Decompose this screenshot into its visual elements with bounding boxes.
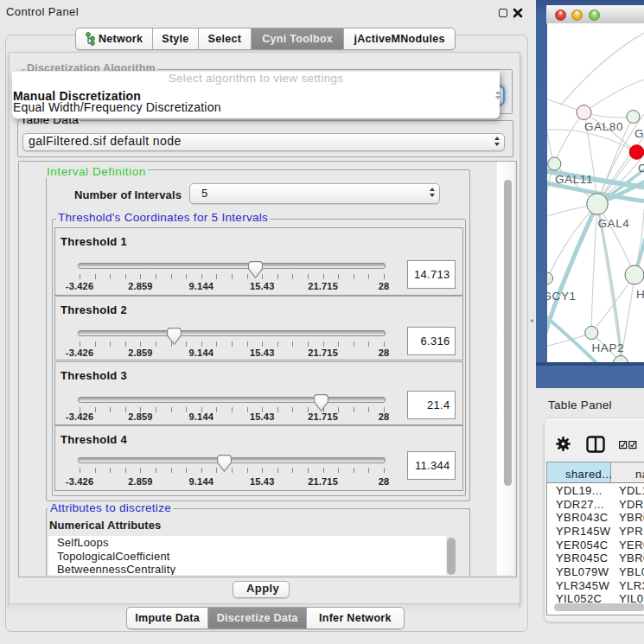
svg-text:H: H (636, 288, 644, 301)
svg-text:GAL1: GAL1 (634, 127, 644, 140)
svg-text:GAL80: GAL80 (584, 120, 623, 133)
svg-text:GAL11: GAL11 (555, 173, 593, 186)
svg-text:HAP2: HAP2 (592, 341, 625, 354)
svg-text:CY: CY (638, 162, 644, 175)
svg-text:GAL4: GAL4 (598, 217, 630, 230)
svg-text:GCY1: GCY1 (547, 290, 577, 303)
